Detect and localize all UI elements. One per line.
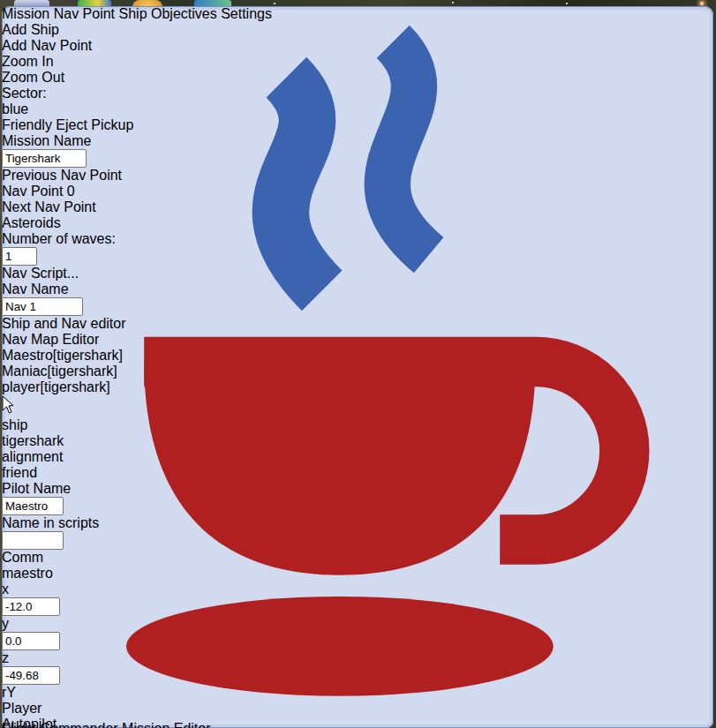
star bbox=[566, 3, 568, 4]
window-title: Flight Commander Mission Editor bbox=[2, 721, 713, 728]
application-window: Flight Commander Mission Editor – ✕ Miss… bbox=[2, 6, 713, 728]
star bbox=[700, 2, 704, 5]
java-coffee-cup-icon bbox=[2, 6, 713, 717]
star bbox=[274, 3, 275, 4]
title-bar: Flight Commander Mission Editor – ✕ bbox=[2, 6, 713, 36]
star bbox=[452, 2, 454, 4]
